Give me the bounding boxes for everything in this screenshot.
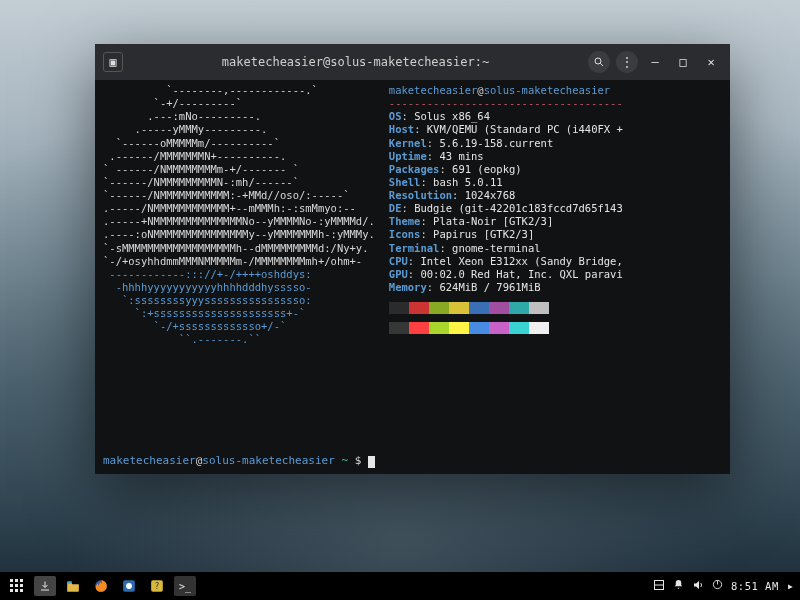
window-titlebar[interactable]: ▣ maketecheasier@solus-maketecheasier:~ … — [95, 44, 730, 80]
clock[interactable]: 8:51 AM — [731, 580, 779, 592]
volume-icon[interactable] — [692, 579, 704, 594]
close-button[interactable]: ✕ — [700, 51, 722, 73]
svg-line-1 — [600, 63, 603, 66]
prompt-symbol: $ — [355, 454, 362, 467]
svg-text:?: ? — [155, 581, 160, 591]
color-swatches — [389, 302, 623, 314]
terminal-content[interactable]: `--------,------------.` `-+/---------` … — [95, 80, 730, 474]
svg-rect-7 — [20, 584, 23, 587]
minimize-button[interactable]: — — [644, 51, 666, 73]
info-row: DE: Budgie (git-42201c183fccd7d65f143 — [389, 202, 623, 215]
info-row: Host: KVM/QEMU (Standard PC (i440FX + — [389, 123, 623, 136]
session-menu-icon[interactable]: ▸ — [787, 579, 794, 593]
maximize-button[interactable]: □ — [672, 51, 694, 73]
svg-rect-4 — [20, 579, 23, 582]
workspace-switcher-icon[interactable] — [653, 579, 665, 594]
svg-point-0 — [595, 58, 601, 64]
info-row: Packages: 691 (eopkg) — [389, 163, 623, 176]
info-row: Theme: Plata-Noir [GTK2/3] — [389, 215, 623, 228]
notifications-icon[interactable] — [673, 579, 684, 593]
info-row: Memory: 624MiB / 7961MiB — [389, 281, 623, 294]
svg-rect-5 — [10, 584, 13, 587]
neofetch-ascii-art: `--------,------------.` `-+/---------` … — [103, 84, 375, 474]
info-row: CPU: Intel Xeon E312xx (Sandy Bridge, — [389, 255, 623, 268]
svg-rect-3 — [15, 579, 18, 582]
info-row: Uptime: 43 mins — [389, 150, 623, 163]
svg-rect-6 — [15, 584, 18, 587]
svg-rect-2 — [10, 579, 13, 582]
svg-rect-11 — [67, 581, 72, 583]
prompt-user: maketecheasier — [103, 454, 196, 467]
info-row: GPU: 00:02.0 Red Hat, Inc. QXL paravi — [389, 268, 623, 281]
power-icon[interactable] — [712, 579, 723, 593]
info-row: Icons: Papirus [GTK2/3] — [389, 228, 623, 241]
terminal-app-icon: ▣ — [103, 52, 123, 72]
prompt-line: maketecheasier@solus-maketecheasier ~ $ — [103, 454, 375, 468]
prompt-host: solus-maketecheasier — [202, 454, 334, 467]
info-row: Kernel: 5.6.19-158.current — [389, 137, 623, 150]
files-icon[interactable] — [62, 576, 84, 596]
taskbar-terminal-icon[interactable]: >_ — [174, 576, 196, 596]
help-icon[interactable]: ? — [146, 576, 168, 596]
info-row: OS: Solus x86_64 — [389, 110, 623, 123]
search-button[interactable] — [588, 51, 610, 73]
taskbar: ? >_ 8:51 AM ▸ — [0, 572, 800, 600]
terminal-window: ▣ maketecheasier@solus-maketecheasier:~ … — [95, 44, 730, 474]
firefox-icon[interactable] — [90, 576, 112, 596]
system-tray: 8:51 AM ▸ — [653, 579, 794, 594]
info-row: Resolution: 1024x768 — [389, 189, 623, 202]
software-center-icon[interactable] — [118, 576, 140, 596]
svg-rect-8 — [10, 589, 13, 592]
menu-button[interactable]: ⋮ — [616, 51, 638, 73]
apps-grid-icon[interactable] — [6, 576, 28, 596]
svg-point-14 — [126, 583, 132, 589]
svg-rect-9 — [15, 589, 18, 592]
svg-rect-10 — [20, 589, 23, 592]
info-row: Shell: bash 5.0.11 — [389, 176, 623, 189]
cursor-icon — [368, 456, 375, 468]
prompt-cwd: ~ — [341, 454, 348, 467]
downloads-icon[interactable] — [34, 576, 56, 596]
neofetch-info: maketecheasier@solus-maketecheasier-----… — [389, 84, 623, 474]
info-row: Terminal: gnome-terminal — [389, 242, 623, 255]
window-title: maketecheasier@solus-maketecheasier:~ — [129, 55, 582, 69]
